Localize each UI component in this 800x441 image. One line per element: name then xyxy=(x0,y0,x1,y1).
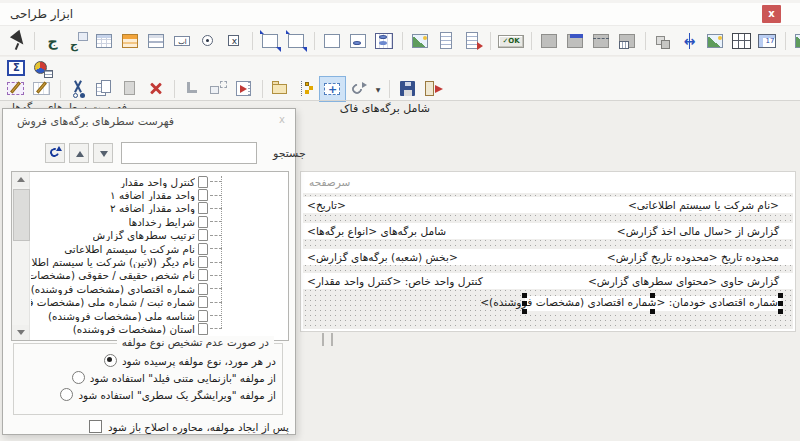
tree-connector xyxy=(210,328,222,329)
panel-close-icon[interactable]: x xyxy=(279,114,285,125)
radio-icon[interactable] xyxy=(72,371,85,384)
summary-band-icon[interactable]: Σ xyxy=(4,56,29,80)
preview-icon[interactable] xyxy=(232,77,257,101)
radio-option[interactable]: در هر مورد، نوع مولفه پرسیده شود xyxy=(18,352,276,369)
tree-item[interactable]: واحد مقدار اضافه ۲ xyxy=(31,202,286,215)
tree-listbox[interactable]: کنترل واحد مقدار واحد مقدار اضافه ۱ واحد… xyxy=(11,171,289,341)
bring-forward-icon[interactable] xyxy=(651,29,676,53)
highlighted-grid-tool-icon[interactable] xyxy=(118,29,143,53)
edit-component-icon[interactable] xyxy=(4,77,29,101)
selection-handle[interactable] xyxy=(650,309,655,314)
tree-item[interactable]: نام شخص حقیقی / حقوقی (مشخصات فروشنده) xyxy=(31,269,286,282)
radio-icon[interactable] xyxy=(104,354,117,367)
copy-icon[interactable] xyxy=(92,77,117,101)
panel-tool-icon[interactable] xyxy=(537,29,562,53)
resize-icon[interactable] xyxy=(206,77,231,101)
paste-icon[interactable] xyxy=(118,77,143,101)
save-icon[interactable] xyxy=(395,77,420,101)
list-view-tool-icon[interactable] xyxy=(320,29,345,53)
designer-field-right[interactable]: <نام شرکت یا سیستم اطلاعاتی> xyxy=(628,199,779,211)
combobox-arrow-tool-icon[interactable] xyxy=(284,29,309,53)
title-bar[interactable]: ابزار طراحی x xyxy=(0,3,800,26)
designer-field-right[interactable]: محدوده تاریخ <محدوده تاریخ گزارش> xyxy=(607,251,779,263)
designer-field-right[interactable]: گزارش از <سال مالی اخذ گزارش> xyxy=(617,225,779,237)
scroll-thumb[interactable] xyxy=(13,189,30,241)
tree-item[interactable]: شرایط رخدادها xyxy=(31,215,286,228)
scroll-up-icon[interactable] xyxy=(12,172,29,187)
radio-option[interactable]: از مولفه "ویرایشگر یک سطری" استفاده شود xyxy=(18,386,276,403)
tree-item[interactable]: استان (مشخصات فروشنده) xyxy=(31,322,286,335)
label-tool-icon[interactable]: ج xyxy=(40,29,65,53)
design-surface[interactable]: سرصفحه <نام شرکت یا سیستم اطلاعاتی> <تار… xyxy=(300,171,796,332)
tree-item[interactable]: ترتیب سطرهای گزارش xyxy=(31,229,286,242)
picture-tool-icon[interactable] xyxy=(703,29,728,53)
duplicate-page-icon[interactable] xyxy=(268,77,293,101)
checkbox-tool-icon[interactable]: x xyxy=(222,29,247,53)
radio-option[interactable]: از مولفه "بازنمایی متنی فیلد" استفاده شو… xyxy=(18,369,276,386)
search-up-button[interactable] xyxy=(69,143,89,163)
close-button[interactable]: x xyxy=(762,5,781,23)
radio-button-tool-icon[interactable] xyxy=(196,29,221,53)
edit-grid-component-icon[interactable] xyxy=(30,77,55,101)
chart-band-icon[interactable] xyxy=(30,56,55,80)
tree-item[interactable]: شماره اقتصادی (مشخصات فروشنده) xyxy=(31,282,286,295)
rich-memo-tool-icon[interactable] xyxy=(460,29,485,53)
tree-item[interactable]: شماره ثبت / شماره ملی (مشخصات فروشنده) xyxy=(31,296,286,309)
cut-icon[interactable] xyxy=(66,77,91,101)
selection-handle[interactable] xyxy=(522,293,527,298)
refresh-button[interactable] xyxy=(45,143,65,163)
component-palette-toggle-icon[interactable]: + xyxy=(320,77,345,101)
selection-handle[interactable] xyxy=(650,293,655,298)
open-dialog-checkbox-row[interactable]: پس از ایجاد مولفه، محاوره اصلاح باز شود xyxy=(89,420,289,433)
designer-field-left[interactable]: <تاریخ> xyxy=(307,199,346,211)
checkbox-icon[interactable] xyxy=(89,420,102,433)
search-input[interactable] xyxy=(121,142,257,164)
calendar-window-tool-icon[interactable]: 17 xyxy=(755,29,780,53)
selection-handle[interactable] xyxy=(522,309,527,314)
selection-handle[interactable] xyxy=(778,309,783,314)
export-close-icon[interactable] xyxy=(421,77,446,101)
designer-field-left[interactable]: کنترل واحد خاص: <کنترل واحد مقدار> xyxy=(307,275,483,287)
grid-panel-tool-icon[interactable] xyxy=(615,29,640,53)
rows-list-panel[interactable]: فهرست سطرهای برگه‌های فروش x جستجو کنترل… xyxy=(2,108,296,435)
tree-item[interactable]: نام شرکت یا سیستم اطلاعاتی xyxy=(31,242,286,255)
ok-button-tool-icon[interactable]: ✓OK xyxy=(496,29,526,53)
select-tool-icon[interactable] xyxy=(4,29,29,53)
delete-icon[interactable] xyxy=(144,77,169,101)
framed-label-tool-icon[interactable]: ج xyxy=(66,29,91,53)
record-rows-tool-icon[interactable] xyxy=(144,29,169,53)
band-dotted-grid[interactable]: <نام شرکت یا سیستم اطلاعاتی> <تاریخ> گزا… xyxy=(303,193,793,329)
tree-item[interactable]: نام دیگر (لاتین) شرکت یا سیستم اطلاعاتی xyxy=(31,255,286,268)
window-title: ابزار طراحی xyxy=(10,7,73,21)
structure-tree-icon[interactable] xyxy=(294,77,319,101)
selection-handle[interactable] xyxy=(778,301,783,306)
designer-field-right[interactable]: گزارش حاوی <محتوای سطرهای گزارش> xyxy=(588,275,779,287)
clipped-toolbar-icon[interactable] xyxy=(791,29,800,53)
tree-item[interactable]: کنترل واحد مقدار xyxy=(31,175,286,188)
rotate-icon[interactable] xyxy=(346,77,371,101)
designer-field-left[interactable]: <بخش (شعبه) برگه‌های گزارش> xyxy=(307,251,458,263)
titled-panel-tool-icon[interactable] xyxy=(563,29,588,53)
send-to-back-icon[interactable] xyxy=(180,77,205,101)
image-tool-icon[interactable] xyxy=(408,29,433,53)
designer-field-left[interactable]: شامل برگه‌های <انواع برگه‌ها> xyxy=(307,225,446,237)
selection-handle[interactable] xyxy=(522,301,527,306)
memo-tool-icon[interactable] xyxy=(434,29,459,53)
center-align-icon[interactable]: ↔ xyxy=(677,29,702,53)
matrix-view-tool-icon[interactable] xyxy=(372,29,397,53)
lookup-list-tool-icon[interactable] xyxy=(346,29,371,53)
edit-field-tool-icon[interactable]: اب xyxy=(170,29,195,53)
radio-icon[interactable] xyxy=(60,388,73,401)
rotate-menu-dropdown-icon[interactable]: ▼ xyxy=(372,77,384,101)
listbox-arrow-tool-icon[interactable] xyxy=(258,29,283,53)
grid-tool-icon[interactable] xyxy=(92,29,117,53)
scroll-down-icon[interactable] xyxy=(12,325,29,340)
dashed-panel-tool-icon[interactable] xyxy=(589,29,614,53)
splitter-grip[interactable] xyxy=(322,333,333,346)
table-grid-tool-icon[interactable] xyxy=(729,29,754,53)
search-down-button[interactable] xyxy=(93,143,113,163)
tree-item[interactable]: شناسه ملی (مشخصات فروشنده) xyxy=(31,309,286,322)
scrollbar[interactable] xyxy=(12,172,30,340)
tree-item[interactable]: واحد مقدار اضافه ۱ xyxy=(31,188,286,201)
selection-handle[interactable] xyxy=(778,293,783,298)
